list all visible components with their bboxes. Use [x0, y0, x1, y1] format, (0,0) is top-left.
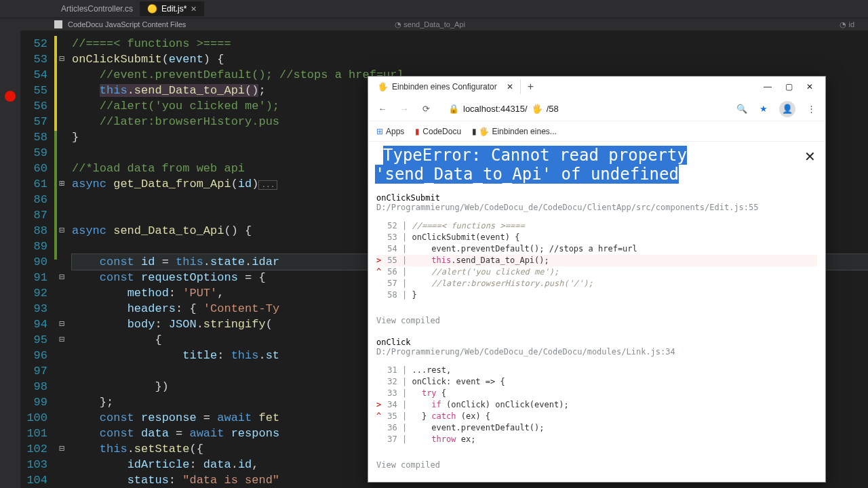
browser-titlebar[interactable]: 🖐️ Einbinden eines Configurator ✕ + — ▢ … — [368, 77, 825, 97]
stack-function-name: onClickSubmit — [376, 193, 817, 203]
error-title: TypeError: Cannot read property 'send_Da… — [375, 146, 687, 184]
menu-icon[interactable]: ⋮ — [805, 104, 817, 114]
address-bar[interactable]: 🔒 localhost:44315/🖐️/58 — [441, 101, 726, 117]
tab-label: ArticlesController.cs — [61, 4, 133, 14]
scope-dropdown[interactable]: CodeDocu JavaScript Content Files — [68, 20, 186, 28]
navigation-dropdowns: CodeDocu JavaScript Content Files ◔ send… — [0, 18, 868, 30]
new-tab-button[interactable]: + — [521, 78, 540, 96]
stack-frame: onClick D:/Programmierung/Web/CodeDocu_d… — [368, 338, 825, 455]
browser-window: 🖐️ Einbinden eines Configurator ✕ + — ▢ … — [368, 76, 826, 483]
tab-editjs[interactable]: 🟡 Edit.js* ✕ — [140, 1, 204, 16]
code-frame: 31 | ...rest, 32 | onClick: event => { 3… — [376, 361, 817, 449]
view-compiled-link[interactable]: View compiled — [368, 455, 825, 475]
file-dirty-icon: 🟡 — [147, 4, 157, 14]
profile-icon[interactable]: 👤 — [779, 101, 795, 117]
fold-gutter[interactable]: ⊟⊞⊟⊟⊟⊟⊟ — [57, 30, 66, 488]
tab-label: Edit.js* — [161, 4, 186, 14]
bookmark-einbinden[interactable]: ▮ 🖐️ Einbinden eines... — [472, 127, 557, 136]
back-button[interactable]: ← — [376, 104, 389, 114]
dismiss-error-button[interactable]: ✕ — [804, 148, 816, 165]
breakpoint-icon[interactable] — [5, 91, 16, 102]
browser-tab[interactable]: 🖐️ Einbinden eines Configurator ✕ — [371, 79, 521, 94]
tab-articlescontroller[interactable]: ArticlesController.cs — [54, 1, 140, 16]
bookmark-codedocu[interactable]: ▮ CodeDocu — [415, 127, 461, 136]
breakpoint-gutter[interactable] — [0, 30, 20, 488]
editor-tabs: ArticlesController.cs 🟡 Edit.js* ✕ — [0, 0, 868, 18]
close-button[interactable]: ✕ — [806, 82, 813, 92]
field-dropdown[interactable]: ◔ id — [840, 20, 854, 29]
bookmarks-bar: ⊞ Apps ▮ CodeDocu ▮ 🖐️ Einbinden eines..… — [368, 121, 825, 142]
maximize-button[interactable]: ▢ — [785, 82, 793, 92]
folder-icon — [54, 20, 62, 28]
zoom-icon[interactable]: 🔍 — [736, 104, 748, 114]
reload-button[interactable]: ⟳ — [420, 104, 432, 114]
apps-button[interactable]: ⊞ Apps — [376, 127, 404, 136]
browser-toolbar: ← → ⟳ 🔒 localhost:44315/🖐️/58 🔍 ★ 👤 ⋮ — [368, 97, 825, 121]
stack-function-name: onClick — [376, 338, 817, 347]
stack-source-path: D:/Programmierung/Web/CodeDocu_de/CodeDo… — [376, 203, 817, 212]
stack-frame: onClickSubmit D:/Programmierung/Web/Code… — [368, 193, 825, 310]
star-icon[interactable]: ★ — [757, 104, 770, 114]
minimize-button[interactable]: — — [764, 82, 772, 92]
member-dropdown[interactable]: ◔ send_Data_to_Api — [395, 20, 465, 29]
code-frame: 52 | //====< functions >==== 53 | onClic… — [376, 216, 817, 305]
browser-tab-title: Einbinden eines Configurator — [392, 82, 497, 92]
view-compiled-link[interactable]: View compiled — [368, 310, 825, 331]
forward-button[interactable]: → — [398, 104, 410, 114]
favicon-icon: 🖐️ — [378, 82, 388, 92]
stack-source-path: D:/Programmierung/Web/CodeDocu_de/CodeDo… — [376, 347, 817, 357]
lock-icon: 🔒 — [448, 104, 459, 114]
browser-viewport[interactable]: ✕ TypeError: Cannot read property 'send_… — [368, 142, 825, 482]
line-number-gutter: 5253545556575859606186878889909192939495… — [20, 30, 54, 488]
change-indicator-gutter — [54, 30, 57, 488]
tab-close-icon[interactable]: ✕ — [191, 5, 197, 14]
close-icon[interactable]: ✕ — [507, 82, 513, 92]
